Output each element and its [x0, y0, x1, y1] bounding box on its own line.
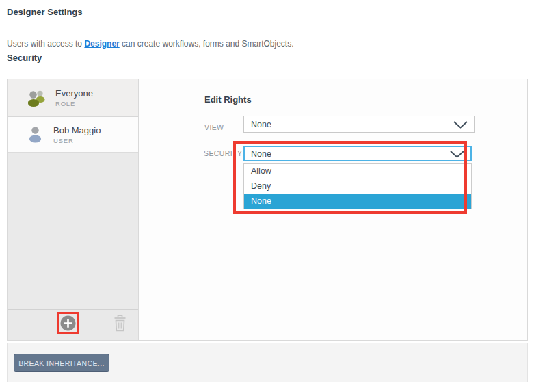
edit-rights-detail: Edit Rights VIEW None SECURITY None Allo… [139, 79, 527, 340]
chevron-down-icon [453, 121, 468, 129]
designer-settings-screen: Designer Settings Users with access to D… [0, 0, 547, 392]
plus-circle-icon [60, 315, 76, 331]
principal-list: Everyone ROLE Bob Maggio USER [8, 79, 139, 340]
delete-principal-button[interactable] [112, 314, 128, 332]
option-allow[interactable]: Allow [244, 164, 471, 179]
security-field-label: SECURITY [204, 149, 242, 157]
security-options-dropdown: Allow Deny None [243, 163, 472, 209]
security-select-value: None [251, 149, 271, 159]
intro-suffix: can create workflows, forms and SmartObj… [122, 39, 293, 49]
break-inheritance-button[interactable]: BREAK INHERITANCE... [14, 354, 109, 372]
principal-type: ROLE [55, 100, 93, 107]
option-none[interactable]: None [244, 194, 471, 209]
security-panel: Everyone ROLE Bob Maggio USER [7, 79, 528, 341]
intro-text: Users with access to Designer can create… [7, 39, 294, 49]
section-title-security: Security [7, 53, 42, 63]
principal-name: Bob Maggio [53, 125, 101, 135]
view-select[interactable]: None [243, 116, 475, 133]
user-icon [26, 125, 44, 144]
list-item-bob-maggio[interactable]: Bob Maggio USER [8, 117, 138, 153]
page-title: Designer Settings [7, 7, 83, 17]
principal-list-empty-area [8, 153, 138, 309]
add-principal-button[interactable] [60, 315, 76, 331]
list-actions-bar [8, 309, 138, 340]
trash-icon [112, 314, 128, 332]
security-select[interactable]: None [243, 146, 472, 161]
view-select-value: None [251, 120, 271, 129]
principal-name: Everyone [55, 88, 93, 99]
view-field-label: VIEW [204, 123, 224, 131]
designer-link[interactable]: Designer [84, 39, 119, 49]
edit-rights-title: Edit Rights [204, 94, 252, 105]
option-deny[interactable]: Deny [244, 179, 471, 194]
principal-type: USER [53, 137, 101, 144]
chevron-down-icon [450, 151, 464, 158]
intro-prefix: Users with access to [7, 39, 82, 49]
role-group-icon [26, 89, 46, 107]
footer-bar: BREAK INHERITANCE... [7, 343, 528, 382]
list-item-everyone[interactable]: Everyone ROLE [8, 79, 138, 117]
